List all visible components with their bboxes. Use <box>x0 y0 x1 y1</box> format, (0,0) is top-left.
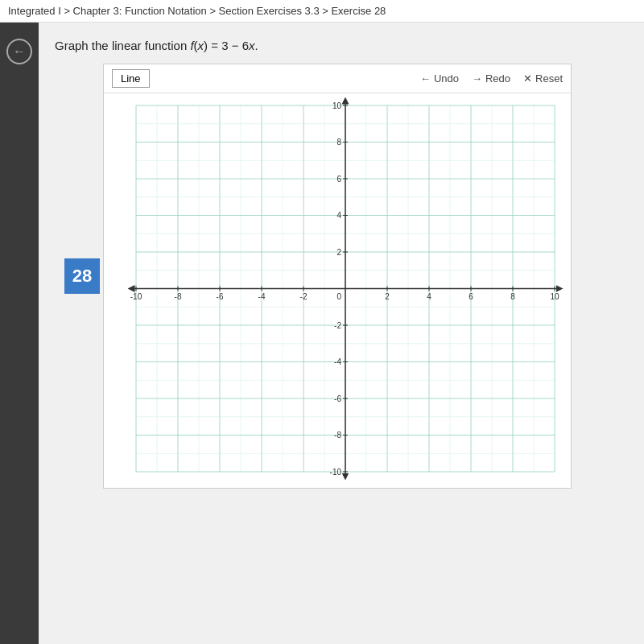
svg-text:0: 0 <box>336 292 341 301</box>
svg-text:2: 2 <box>336 248 341 257</box>
left-sidebar: ← <box>0 23 39 644</box>
graph-wrapper: 28 Line ← Undo → Redo ✕ <box>103 64 620 489</box>
line-tool-button[interactable]: Line <box>112 69 150 88</box>
graph-container: Line ← Undo → Redo ✕ Reset <box>103 64 572 489</box>
undo-icon: ← <box>420 72 431 85</box>
main-content: Graph the linear function f(x) = 3 − 6x.… <box>39 23 644 644</box>
undo-button[interactable]: ← Undo <box>420 72 459 85</box>
exercise-instruction: Graph the linear function f(x) = 3 − 6x. <box>55 39 620 52</box>
grid-background <box>104 93 571 488</box>
svg-text:6: 6 <box>469 292 473 301</box>
redo-icon: → <box>472 72 482 85</box>
svg-text:-2: -2 <box>300 292 308 301</box>
svg-text:6: 6 <box>336 175 341 184</box>
svg-text:-4: -4 <box>258 292 266 301</box>
svg-text:-4: -4 <box>334 357 341 366</box>
svg-text:10: 10 <box>332 101 342 110</box>
svg-text:-8: -8 <box>334 431 341 440</box>
svg-text:10: 10 <box>550 292 559 301</box>
svg-text:-10: -10 <box>330 468 342 477</box>
exercise-badge: 28 <box>64 258 100 294</box>
svg-text:-8: -8 <box>175 292 182 301</box>
svg-text:-6: -6 <box>334 394 341 403</box>
svg-text:-2: -2 <box>334 321 341 330</box>
breadcrumb: Integrated I > Chapter 3: Function Notat… <box>0 0 644 23</box>
svg-text:-6: -6 <box>217 292 224 301</box>
svg-text:2: 2 <box>385 292 390 301</box>
reset-icon: ✕ <box>523 72 532 85</box>
toolbar: Line ← Undo → Redo ✕ Reset <box>104 64 571 93</box>
svg-text:8: 8 <box>510 292 515 301</box>
svg-text:8: 8 <box>336 138 341 147</box>
back-button[interactable]: ← <box>6 39 32 64</box>
svg-text:4: 4 <box>336 211 341 220</box>
coordinate-grid[interactable]: // Will be drawn via JS below <box>104 93 571 488</box>
reset-button[interactable]: ✕ Reset <box>523 72 563 85</box>
svg-text:4: 4 <box>427 292 431 301</box>
svg-text:-10: -10 <box>130 292 142 301</box>
graph-area[interactable]: // Will be drawn via JS below <box>104 93 571 488</box>
redo-button[interactable]: → Redo <box>472 72 510 85</box>
